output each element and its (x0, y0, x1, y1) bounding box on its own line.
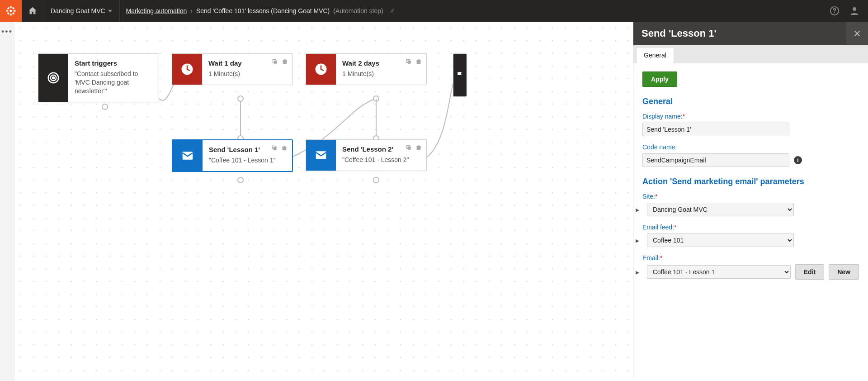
input-display-name[interactable] (642, 123, 789, 136)
trash-icon[interactable] (415, 144, 422, 152)
svg-point-13 (373, 96, 379, 101)
workspace: ••• (0, 22, 868, 381)
field-email: Email:* ▸ Coffee 101 - Lesson 1 Edit New (642, 254, 859, 280)
copy-icon[interactable] (272, 58, 278, 67)
copy-icon[interactable] (271, 145, 278, 153)
select-email[interactable]: Coffee 101 - Lesson 1 (647, 265, 791, 279)
svg-point-8 (7, 12, 9, 14)
node-wait-2[interactable]: Wait 2 days 1 Minute(s) (306, 53, 427, 85)
select-site[interactable]: Dancing Goat MVC (647, 203, 794, 216)
trash-icon[interactable] (281, 145, 288, 153)
breadcrumb-app-link[interactable]: Marketing automation (126, 7, 187, 14)
tab-general[interactable]: General (636, 47, 674, 63)
node-subtitle: "Contact subscribed to 'MVC Dancing goat… (75, 70, 152, 95)
home-icon (28, 6, 38, 16)
svg-point-14 (238, 177, 243, 183)
svg-point-1 (10, 6, 11, 9)
clock-icon (314, 62, 328, 76)
mail-icon (314, 148, 328, 162)
svg-point-0 (9, 10, 12, 12)
copy-icon[interactable] (406, 144, 412, 152)
svg-point-4 (13, 10, 16, 11)
svg-point-3 (6, 10, 9, 11)
node-wait-1[interactable]: Wait 1 day 1 Minute(s) (172, 53, 293, 85)
node-icon-tile (306, 140, 336, 171)
user-button[interactable] (845, 0, 863, 22)
panel-title: Send 'Lesson 1' (642, 28, 717, 39)
more-icon[interactable]: ••• (1, 27, 13, 37)
node-end-truncated[interactable] (453, 53, 467, 97)
app-logo[interactable] (0, 0, 22, 22)
help-button[interactable] (826, 0, 844, 22)
field-site: Site:* ▸ Dancing Goat MVC (642, 193, 859, 216)
site-switcher[interactable]: Dancing Goat MVC (43, 0, 120, 22)
expander-icon[interactable]: ▸ (634, 205, 641, 214)
pin-icon[interactable] (389, 7, 395, 15)
home-button[interactable] (22, 0, 43, 22)
svg-point-7 (12, 7, 14, 10)
breadcrumb-item-label: Send 'Coffee 101' lessons (Dancing Goat … (196, 7, 330, 14)
close-icon (854, 30, 861, 37)
target-icon (47, 71, 60, 85)
expander-icon[interactable]: ▸ (634, 268, 641, 276)
clock-icon (180, 62, 194, 76)
kentico-logo-icon (5, 5, 17, 17)
trash-icon[interactable] (415, 58, 422, 67)
svg-point-5 (7, 7, 9, 10)
breadcrumb-suffix: (Automation step) (333, 7, 383, 14)
automation-canvas[interactable]: Start triggers "Contact subscribed to 'M… (14, 22, 633, 381)
input-code-name[interactable] (642, 153, 789, 167)
properties-panel: Send 'Lesson 1' General Apply General Di… (633, 22, 868, 381)
label-display-name: Display name:* (642, 113, 859, 120)
node-icon-tile (38, 54, 68, 102)
caret-down-icon (108, 7, 112, 14)
svg-point-21 (52, 77, 54, 79)
svg-point-6 (12, 12, 14, 14)
field-email-feed: Email feed:* ▸ Coffee 101 (642, 224, 859, 247)
expander-icon[interactable]: ▸ (634, 236, 641, 245)
node-start-triggers[interactable]: Start triggers "Contact subscribed to 'M… (38, 53, 159, 102)
site-switcher-label: Dancing Goat MVC (51, 7, 105, 14)
copy-icon[interactable] (406, 58, 412, 67)
svg-point-12 (238, 96, 243, 101)
panel-close-button[interactable] (846, 22, 868, 45)
node-send-lesson-2[interactable]: Send 'Lesson 2' "Coffee 101 - Lesson 2" (306, 139, 427, 171)
breadcrumb-separator: › (190, 7, 193, 14)
label-email-feed: Email feed:* (642, 224, 859, 231)
canvas-left-rail: ••• (0, 22, 14, 381)
node-icon-tile (172, 54, 202, 85)
node-icon-tile (453, 54, 467, 96)
mail-icon (181, 149, 194, 162)
section-heading-action: Action 'Send marketing email' parameters (642, 177, 859, 186)
svg-rect-32 (408, 147, 411, 150)
svg-point-15 (373, 177, 379, 183)
node-send-lesson-1[interactable]: Send 'Lesson 1' "Coffee 101 - Lesson 1" (172, 139, 293, 172)
breadcrumb: Marketing automation › Send 'Coffee 101'… (120, 0, 826, 22)
svg-rect-26 (408, 61, 411, 64)
panel-tabs: General (633, 45, 868, 63)
panel-body: Apply General Display name:* Code name: … (633, 63, 868, 295)
svg-point-18 (102, 104, 108, 110)
section-heading-general: General (642, 97, 859, 106)
info-icon[interactable]: i (794, 156, 802, 164)
field-display-name: Display name:* (642, 113, 859, 136)
edit-button[interactable]: Edit (795, 264, 824, 280)
field-code-name: Code name: i (642, 143, 859, 167)
svg-point-2 (10, 13, 11, 16)
topbar-right (826, 0, 868, 22)
trash-icon[interactable] (282, 58, 288, 67)
svg-rect-23 (274, 61, 277, 64)
svg-point-10 (834, 12, 835, 13)
new-button[interactable]: New (829, 264, 859, 280)
svg-point-11 (853, 7, 856, 11)
node-icon-tile (173, 140, 203, 171)
svg-rect-29 (274, 147, 277, 150)
node-subtitle: 1 Minute(s) (208, 70, 286, 78)
topbar: Dancing Goat MVC Marketing automation › … (0, 0, 868, 22)
select-email-feed[interactable]: Coffee 101 (647, 233, 794, 247)
label-code-name: Code name: (642, 143, 859, 151)
label-site: Site:* (642, 193, 859, 200)
apply-button[interactable]: Apply (642, 71, 677, 87)
node-subtitle: "Coffee 101 - Lesson 2" (342, 156, 420, 164)
label-email: Email:* (642, 254, 859, 262)
